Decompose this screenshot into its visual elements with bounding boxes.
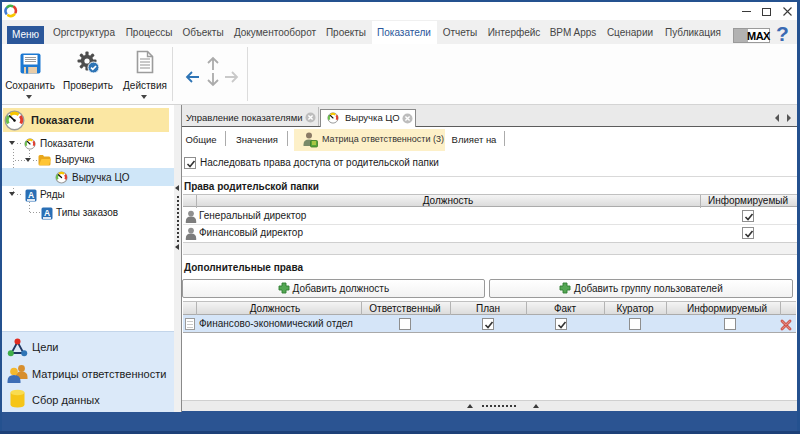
svg-text:A: A	[44, 208, 50, 218]
svg-text:A: A	[28, 190, 34, 200]
